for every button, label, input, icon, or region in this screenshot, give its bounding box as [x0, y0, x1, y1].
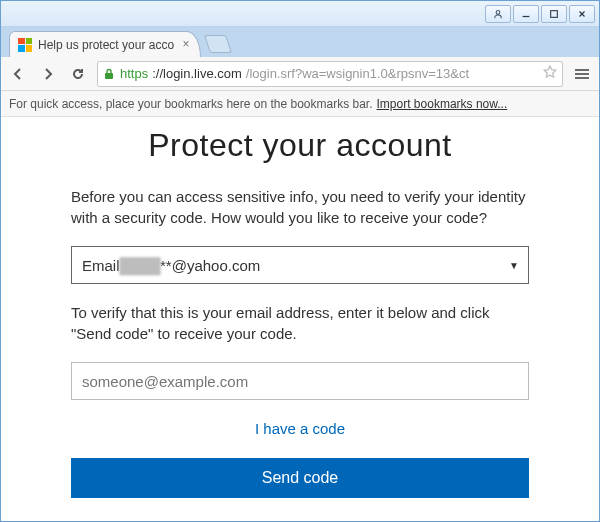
- close-tab-icon[interactable]: ×: [180, 38, 192, 50]
- verify-instructions: To verify that this is your email addres…: [71, 302, 529, 344]
- privacy-link[interactable]: Privacy & Cookies: [301, 520, 406, 521]
- bookmark-star-icon[interactable]: [542, 64, 558, 83]
- hamburger-icon: [575, 73, 589, 75]
- have-code-link[interactable]: I have a code: [255, 420, 345, 437]
- browser-tab[interactable]: Help us protect your acco ×: [9, 31, 201, 57]
- url-scheme: https: [120, 66, 148, 81]
- forward-button[interactable]: [37, 63, 59, 85]
- url-path: /login.srf?wa=wsignin1.0&rpsnv=13&ct: [246, 66, 469, 81]
- tab-strip: Help us protect your acco ×: [1, 27, 599, 57]
- minimize-button[interactable]: [513, 5, 539, 23]
- footer-links: Terms of Use Privacy & Cookies: [71, 520, 529, 521]
- reload-button[interactable]: [67, 63, 89, 85]
- page-title: Protect your account: [71, 127, 529, 164]
- import-bookmarks-link[interactable]: Import bookmarks now...: [377, 97, 508, 111]
- svg-point-0: [496, 10, 500, 14]
- url-host: ://login.live.com: [152, 66, 242, 81]
- chevron-down-icon: ▼: [509, 260, 519, 271]
- delivery-method-select[interactable]: Email ████**@yahoo.com ▼: [71, 246, 529, 284]
- window-titlebar: [1, 1, 599, 27]
- svg-rect-2: [551, 10, 558, 17]
- svg-rect-5: [105, 73, 113, 79]
- lock-icon: [102, 67, 116, 81]
- send-code-button[interactable]: Send code: [71, 458, 529, 498]
- chrome-menu-button[interactable]: [571, 63, 593, 85]
- address-bar[interactable]: https://login.live.com/login.srf?wa=wsig…: [97, 61, 563, 87]
- email-field[interactable]: [71, 362, 529, 400]
- back-button[interactable]: [7, 63, 29, 85]
- terms-link[interactable]: Terms of Use: [193, 520, 270, 521]
- toolbar: https://login.live.com/login.srf?wa=wsig…: [1, 57, 599, 91]
- intro-text: Before you can access sensitive info, yo…: [71, 186, 529, 228]
- close-window-button[interactable]: [569, 5, 595, 23]
- tab-title: Help us protect your acco: [38, 38, 174, 52]
- select-prefix: Email: [82, 257, 120, 274]
- bookmarks-hint: For quick access, place your bookmarks h…: [9, 97, 373, 111]
- page-content: Protect your account Before you can acce…: [1, 117, 599, 521]
- microsoft-favicon: [18, 38, 32, 52]
- new-tab-button[interactable]: [204, 35, 232, 53]
- bookmarks-bar: For quick access, place your bookmarks h…: [1, 91, 599, 117]
- select-masked: ████: [120, 257, 161, 274]
- maximize-button[interactable]: [541, 5, 567, 23]
- browser-window: Help us protect your acco × https://logi…: [0, 0, 600, 522]
- user-switch-button[interactable]: [485, 5, 511, 23]
- select-suffix: **@yahoo.com: [160, 257, 260, 274]
